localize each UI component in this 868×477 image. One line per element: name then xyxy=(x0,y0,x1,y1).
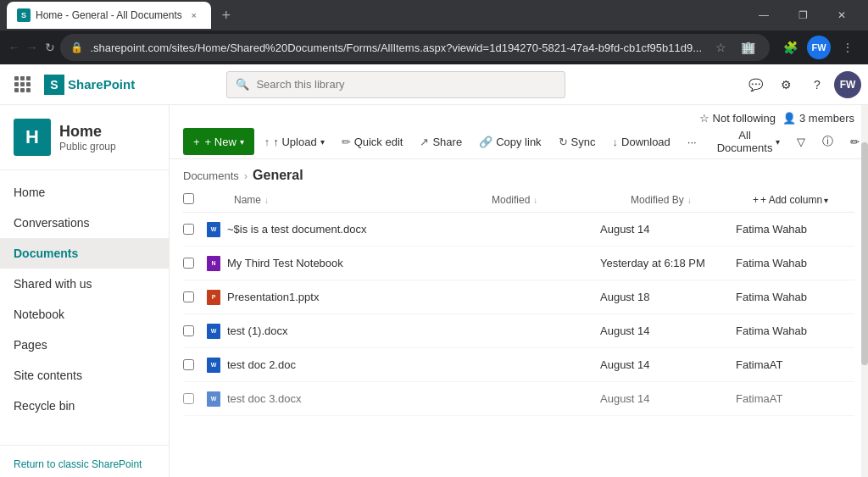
more-options-icon[interactable]: ⋮ xyxy=(834,34,861,61)
sp-logo[interactable]: S SharePoint xyxy=(44,75,135,95)
file-type-icon-6: W xyxy=(207,391,227,407)
site-top-actions: ☆ Not following 👤 3 members xyxy=(170,105,868,125)
extensions-icon[interactable]: 🧩 xyxy=(776,34,804,61)
search-input[interactable] xyxy=(256,78,556,91)
modified-sort-icon: ↓ xyxy=(533,196,537,205)
file-checkbox-6[interactable] xyxy=(183,393,207,404)
file-row[interactable]: N My Third Test Notebook Yesterday at 6:… xyxy=(183,247,854,280)
file-name-6[interactable]: test doc 3.docx xyxy=(227,392,600,405)
file-checkbox-2[interactable] xyxy=(183,258,207,269)
new-button[interactable]: + + New ▾ xyxy=(183,128,254,155)
sync-button[interactable]: ↻ Sync xyxy=(552,128,603,155)
maximize-button[interactable]: ❐ xyxy=(783,0,822,31)
file-name-1[interactable]: ~$is is a test document.docx xyxy=(227,223,600,236)
sidebar-item-pages[interactable]: Pages xyxy=(0,330,169,360)
sidebar-item-home[interactable]: Home xyxy=(0,177,169,208)
header-modified-by[interactable]: Modified By ↓ xyxy=(631,194,749,206)
chat-button[interactable]: 💬 xyxy=(743,71,770,98)
user-avatar[interactable]: FW xyxy=(834,71,861,98)
more-button[interactable]: ··· xyxy=(681,128,704,155)
filter-icon: ▽ xyxy=(797,136,805,148)
address-bar: ← → ↻ 🔒 .sharepoint.com/sites/Home/Share… xyxy=(0,31,868,64)
file-row[interactable]: W test doc 2.doc August 14 FatimaAT xyxy=(183,348,854,382)
select-all-checkbox[interactable] xyxy=(183,193,194,204)
view-dropdown-icon: ▾ xyxy=(776,137,780,147)
minimize-button[interactable]: — xyxy=(744,0,783,31)
docx-icon-4: W xyxy=(207,391,220,407)
copy-link-button[interactable]: 🔗 Copy link xyxy=(472,128,548,155)
waffle-button[interactable] xyxy=(7,69,37,100)
waffle-icon xyxy=(14,76,31,92)
tab-close-button[interactable]: × xyxy=(187,8,201,22)
file-row[interactable]: P Presentation1.pptx August 18 Fatima Wa… xyxy=(183,280,854,314)
info-button[interactable]: ⓘ xyxy=(815,128,840,155)
sharepoint-icon[interactable]: 🏢 xyxy=(736,36,760,59)
share-button[interactable]: ↗ Share xyxy=(413,128,469,155)
docx-icon: W xyxy=(207,222,220,237)
active-tab[interactable]: S Home - General - All Documents × xyxy=(7,2,211,29)
forward-button[interactable]: → xyxy=(25,34,39,61)
close-button[interactable]: ✕ xyxy=(822,0,861,31)
bookmark-icon[interactable]: ☆ xyxy=(709,36,732,59)
return-classic-link[interactable]: Return to classic SharePoint xyxy=(14,458,142,470)
command-bar: + + New ▾ ↑ ↑ Upload ▾ ✏ Quick edit ↗ Sh… xyxy=(170,125,868,159)
sp-search-bar[interactable]: 🔍 xyxy=(226,71,565,98)
site-header-section: H Home Public group xyxy=(0,105,169,170)
file-checkbox-4[interactable] xyxy=(183,325,207,336)
file-name-3[interactable]: Presentation1.pptx xyxy=(227,291,600,303)
cmd-right: All Documents ▾ ▽ ⓘ ✏ xyxy=(710,128,867,155)
sidebar-item-notebook[interactable]: Notebook xyxy=(0,299,169,330)
upload-button[interactable]: ↑ ↑ Upload ▾ xyxy=(258,128,331,155)
file-name-2[interactable]: My Third Test Notebook xyxy=(227,257,600,269)
file-modified-1: August 14 xyxy=(600,223,736,236)
scrollbar-thumb[interactable] xyxy=(861,142,868,365)
new-icon: + xyxy=(193,136,200,148)
file-type-icon-4: W xyxy=(207,324,227,339)
new-tab-button[interactable]: + xyxy=(214,3,238,27)
window-controls: — ❐ ✕ xyxy=(744,0,861,31)
sharepoint-app: S SharePoint 🔍 💬 ⚙ ? FW H xyxy=(0,64,868,477)
profile-button[interactable]: FW xyxy=(807,36,831,59)
browser-toolbar: 🧩 FW ⋮ xyxy=(776,34,861,61)
file-row[interactable]: W ~$is is a test document.docx August 14… xyxy=(183,213,854,247)
sidebar-item-recycle-bin[interactable]: Recycle bin xyxy=(0,391,169,421)
file-checkbox-1[interactable] xyxy=(183,224,207,235)
file-checkbox-3[interactable] xyxy=(183,291,207,302)
tab-title: Home - General - All Documents xyxy=(36,9,182,21)
file-checkbox-5[interactable] xyxy=(183,359,207,370)
sidebar-item-shared-with-us[interactable]: Shared with us xyxy=(0,269,169,299)
header-modified[interactable]: Modified ↓ xyxy=(492,194,627,206)
file-modified-by-3: Fatima Wahab xyxy=(736,291,854,303)
site-name: Home xyxy=(59,123,116,141)
pptx-icon: P xyxy=(207,290,220,305)
back-button[interactable]: ← xyxy=(7,34,21,61)
follow-button[interactable]: ☆ Not following xyxy=(699,112,776,125)
download-button[interactable]: ↓ Download xyxy=(606,128,677,155)
site-layout: H Home Public group Home Conversations D… xyxy=(0,105,868,477)
sidebar-item-documents[interactable]: Documents xyxy=(0,238,169,269)
url-bar[interactable]: 🔒 .sharepoint.com/sites/Home/Shared%20Do… xyxy=(60,34,770,61)
file-name-5[interactable]: test doc 2.doc xyxy=(227,358,600,371)
breadcrumb-documents[interactable]: Documents xyxy=(183,169,239,182)
header-check[interactable] xyxy=(183,193,207,207)
quick-edit-button[interactable]: ✏ Quick edit xyxy=(335,128,410,155)
file-row[interactable]: W test doc 3.docx August 14 FatimaAT xyxy=(183,382,854,416)
add-column-button[interactable]: + + Add column ▾ xyxy=(753,194,854,206)
help-button[interactable]: ? xyxy=(804,71,831,98)
sidebar-item-conversations[interactable]: Conversations xyxy=(0,208,169,238)
main-scrollbar[interactable] xyxy=(861,105,868,477)
members-button[interactable]: 👤 3 members xyxy=(782,112,854,125)
file-name-4[interactable]: test (1).docx xyxy=(227,324,600,337)
settings-button[interactable]: ⚙ xyxy=(773,71,800,98)
header-name[interactable]: Name ↓ xyxy=(234,194,488,206)
refresh-button[interactable]: ↻ xyxy=(42,34,57,61)
profile-icon[interactable]: FW xyxy=(805,34,832,61)
filter-button[interactable]: ▽ xyxy=(790,128,812,155)
file-type-icon-3: P xyxy=(207,290,227,305)
person-icon: 👤 xyxy=(782,112,796,125)
sidebar-item-site-contents[interactable]: Site contents xyxy=(0,360,169,391)
view-selector[interactable]: All Documents ▾ xyxy=(710,128,787,155)
browser-chrome: S Home - General - All Documents × + — ❐… xyxy=(0,0,868,64)
onenote-icon: N xyxy=(207,256,220,271)
file-row[interactable]: W test (1).docx August 14 Fatima Wahab xyxy=(183,314,854,348)
